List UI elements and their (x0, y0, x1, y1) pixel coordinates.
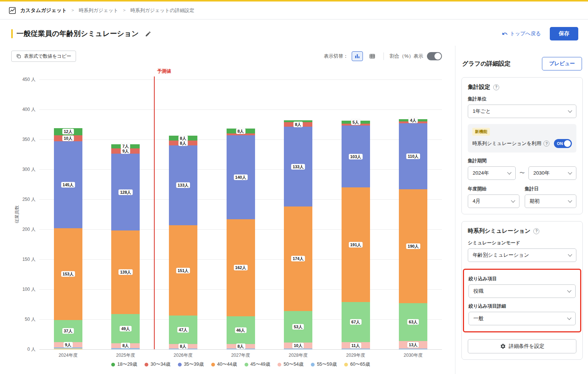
bar-value-label: 103人 (349, 154, 363, 159)
toggle-on-text: ON (557, 141, 563, 146)
chevron-down-icon (511, 198, 515, 202)
filter-item-label: 絞り込み項目 (469, 276, 576, 282)
bar-value-label: 5人 (351, 120, 360, 125)
bar-value-label: 12人 (62, 129, 74, 135)
toggle-knob (434, 53, 441, 60)
period-from-value: 2024年 (473, 170, 489, 177)
toolbar-divider (384, 52, 384, 60)
bar-value-label: 47人 (177, 327, 189, 333)
fiscal-start-select[interactable]: 4月 (468, 194, 519, 208)
bar-2029年度: 11人67人191人103人5人 (342, 79, 370, 349)
filter-detail-label: 絞り込み項目詳細 (469, 303, 576, 310)
x-axis-label: 2028年度 (289, 352, 308, 359)
simulation-mode-value: 年齢別シミュレーション (473, 252, 529, 259)
copy-as-table-button[interactable]: 表形式で数値をコピー (11, 51, 76, 62)
bar-value-label: 37人 (62, 328, 74, 334)
copy-icon (16, 54, 21, 59)
prediction-line (154, 76, 155, 349)
x-axis-label: 2027年度 (231, 352, 250, 359)
period-from-select[interactable]: 2024年 (468, 166, 516, 180)
breadcrumb: カスタムガジェット ＞ 時系列ガジェット ＞ 時系列ガジェットの詳細設定 (0, 1, 588, 19)
bar-value-label: 63人 (407, 319, 419, 325)
legend-item: 55〜59歳 (311, 361, 337, 368)
bar-value-label: 8人 (236, 128, 245, 134)
bar-value-label: 191人 (349, 242, 363, 247)
chart-plot: 従業員数 0 人50 人100 人150 人200 人250 人300 人350… (39, 79, 442, 349)
simulation-mode-select[interactable]: 年齢別シミュレーション (468, 248, 576, 262)
title-bar: 一般従業員の年齢別シミュレーション トップへ戻る 保存 (0, 19, 588, 46)
percent-display-toggle[interactable] (427, 52, 442, 60)
bar-value-label: 140人 (234, 174, 248, 180)
chart-legend: 18〜29歳30〜34歳35〜39歳40〜44歳45〜49歳50〜54歳55〜5… (39, 361, 442, 368)
chevron-down-icon (568, 198, 572, 202)
timeseries-simulation-toggle[interactable]: ON (554, 139, 572, 148)
bar-value-label: 10人 (62, 135, 74, 141)
legend-color-dot (344, 363, 348, 367)
bar-value-label: 133人 (176, 183, 190, 188)
panel-title: グラフの詳細設定 (462, 60, 511, 68)
bar-value-label: 67人 (350, 319, 361, 325)
table-view-button[interactable] (367, 51, 378, 61)
bar-value-label: 49人 (120, 326, 131, 331)
timeseries-toggle-label: 時系列シミュレーションを利用 (472, 140, 541, 147)
chart-view-button[interactable] (352, 51, 363, 61)
bar-value-label: 8人 (236, 344, 245, 349)
aggregation-settings-title: 集計設定 (468, 84, 490, 91)
breadcrumb-separator: ＞ (70, 7, 75, 13)
help-icon[interactable]: ? (533, 228, 539, 234)
edit-title-button[interactable] (144, 30, 152, 38)
gear-icon (500, 343, 506, 349)
legend-label: 35〜39歳 (184, 361, 204, 368)
aggregation-date-label: 集計日 (525, 186, 576, 192)
chart-toolbar: 表形式で数値をコピー 表示切替： (11, 50, 455, 62)
chevron-down-icon (567, 288, 571, 292)
filter-detail-select[interactable]: 一般 (469, 312, 576, 325)
save-button[interactable]: 保存 (550, 27, 578, 40)
legend-item: 30〜34歳 (145, 361, 170, 368)
bar-value-label: 8人 (178, 140, 188, 146)
bar-value-label: 153人 (61, 271, 75, 277)
y-tick-label: 100 人 (22, 286, 36, 293)
bar-value-label: 53人 (292, 324, 304, 330)
y-tick-label: 400 人 (22, 106, 36, 113)
breadcrumb-item-custom-gadget[interactable]: カスタムガジェット (20, 7, 67, 14)
help-icon[interactable]: ? (543, 141, 549, 147)
legend-label: 30〜34歳 (151, 361, 170, 368)
aggregation-date-select[interactable]: 期初 (525, 194, 576, 208)
display-switch-label: 表示切替： (324, 53, 348, 60)
chevron-down-icon (568, 108, 572, 112)
bar-value-label: 8人 (178, 344, 188, 349)
y-tick-label: 350 人 (22, 136, 36, 143)
y-tick-label: 150 人 (22, 256, 36, 263)
bar-segment (54, 347, 82, 349)
preview-button[interactable]: プレビュー (542, 57, 582, 70)
copy-as-table-label: 表形式で数値をコピー (24, 53, 71, 60)
chevron-down-icon (568, 252, 572, 256)
pencil-icon (145, 31, 151, 37)
chevron-down-icon (568, 170, 572, 174)
highlight-red-box: 絞り込み項目 役職 絞り込み項目詳細 一般 (463, 269, 581, 332)
legend-color-dot (245, 363, 248, 367)
legend-color-dot (278, 363, 281, 367)
prediction-line-label: 予測値 (157, 68, 171, 75)
legend-item: 50〜54歳 (278, 361, 303, 368)
bar-2026年度: 8人47人151人133人8人8人 (169, 79, 197, 349)
period-to-select[interactable]: 2030年 (528, 166, 576, 180)
title-accent-bar (11, 29, 13, 38)
help-icon[interactable]: ? (493, 84, 499, 90)
custom-gadget-icon (8, 6, 16, 15)
bar-value-label: 190人 (406, 243, 420, 249)
legend-label: 60〜65歳 (350, 361, 370, 368)
legend-item: 45〜49歳 (245, 361, 270, 368)
bar-chart-icon (354, 53, 361, 60)
breadcrumb-item-timeseries-gadget[interactable]: 時系列ガジェット (79, 7, 118, 14)
x-axis-label: 2030年度 (404, 352, 423, 359)
y-tick-label: 50 人 (25, 316, 36, 323)
filter-item-select[interactable]: 役職 (469, 284, 576, 298)
bar-2027年度: 8人46人162人140人8人 (227, 79, 255, 349)
detail-conditions-button[interactable]: 詳細条件を設定 (468, 339, 576, 353)
bar-value-label: 110人 (406, 153, 420, 159)
back-to-top-link[interactable]: トップへ戻る (502, 30, 541, 37)
aggregation-unit-select[interactable]: 1年ごと (468, 105, 576, 118)
timeseries-simulation-card: 時系列シミュレーション ? シミュレーションモード 年齢別シミュレーション 絞り… (461, 221, 583, 360)
